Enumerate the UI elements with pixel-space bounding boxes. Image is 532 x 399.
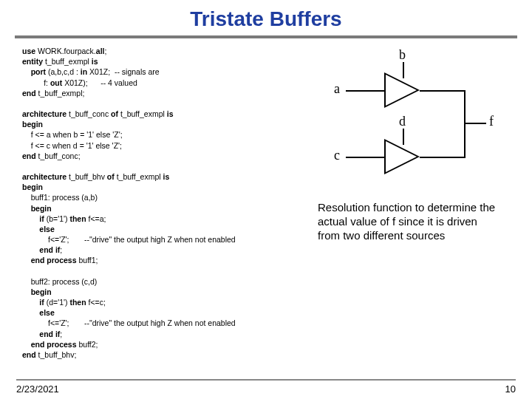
kw-is: is — [167, 109, 174, 118]
wire-a — [346, 90, 384, 92]
kw-end: end — [22, 350, 36, 359]
code-text: t_buff_exmpl — [43, 57, 92, 66]
code-listing: use WORK.fourpack.all; entity t_buff_exm… — [22, 46, 296, 360]
code-line: f <= a when b = '1' else 'Z'; — [22, 129, 296, 140]
code-blank — [22, 161, 296, 171]
kw-architecture: architecture — [22, 109, 66, 118]
kw-architecture: architecture — [22, 172, 66, 181]
explanation-text: Resolution function to determine the act… — [318, 201, 502, 242]
code-text: (b='1') — [44, 214, 70, 223]
kw-else: else — [22, 225, 55, 233]
code-text: ; — [104, 47, 106, 55]
kw-begin: begin — [22, 204, 52, 213]
code-text: (d='1') — [44, 298, 70, 307]
kw-then: then — [69, 214, 86, 223]
kw-of: of — [111, 109, 118, 118]
right-column: b a d c f Resolution function to determi… — [296, 46, 517, 360]
signal-a-label: a — [334, 81, 340, 97]
signal-d-label: d — [399, 114, 406, 129]
code-text: ; — [60, 245, 62, 254]
footer-rule — [16, 379, 516, 381]
code-text: f: — [22, 78, 50, 87]
kw-is: is — [163, 172, 169, 181]
code-text: WORK.fourpack. — [35, 47, 96, 55]
wire-top-out — [420, 90, 466, 92]
footer-page-number: 10 — [505, 383, 516, 395]
kw-out: out — [50, 78, 62, 87]
title-rule — [15, 35, 517, 38]
wire-c — [346, 157, 384, 158]
code-text: t_buff_exmpl; — [36, 89, 85, 98]
code-text: t_buff_bhv — [66, 172, 107, 181]
signal-f-label: f — [489, 114, 494, 129]
kw-use: use — [22, 47, 35, 55]
code-line: f<='Z'; --"drive" the output high Z when… — [22, 234, 296, 245]
kw-of: of — [107, 172, 115, 181]
code-text: t_buff_bhv; — [36, 350, 77, 359]
kw-endprocess: end process — [22, 256, 77, 265]
kw-begin: begin — [22, 287, 52, 296]
signal-b-label: b — [399, 47, 406, 63]
wire-bot-out — [420, 157, 466, 158]
kw-all: all — [96, 47, 105, 55]
code-text: (a,b,c,d : — [46, 67, 81, 76]
footer-date: 2/23/2021 — [16, 383, 59, 395]
code-blank — [22, 266, 296, 276]
kw-begin: begin — [22, 120, 43, 129]
code-text: f<=a; — [86, 214, 106, 223]
footer: 2/23/2021 10 — [0, 379, 532, 395]
code-line: buff1: process (a,b) — [22, 192, 296, 202]
kw-if: if — [22, 214, 44, 223]
code-line: f<='Z'; --"drive" the output high Z when… — [22, 318, 296, 328]
kw-port: port — [22, 67, 46, 76]
wire-f — [464, 123, 486, 124]
buffer-top-icon — [384, 72, 420, 108]
kw-if: if — [22, 298, 44, 307]
code-text: X01Z); -- 4 valued — [62, 78, 137, 87]
code-text: buff2; — [77, 340, 98, 349]
code-text: buff1; — [77, 256, 98, 265]
code-text: t_buff_exmpl — [118, 109, 167, 118]
kw-begin: begin — [22, 183, 43, 191]
code-blank — [22, 98, 296, 109]
kw-then: then — [69, 298, 86, 307]
code-text: f<=c; — [86, 298, 106, 307]
code-text: t_buff_conc; — [36, 151, 81, 160]
kw-end: end — [22, 89, 36, 98]
kw-end: end — [22, 151, 36, 160]
kw-in: in — [81, 67, 87, 76]
kw-entity: entity — [22, 57, 43, 66]
code-text: t_buff_conc — [66, 109, 111, 118]
code-line: f <= c when d = '1' else 'Z'; — [22, 140, 296, 151]
code-line: buff2: process (c,d) — [22, 276, 296, 287]
wire-join — [464, 90, 466, 158]
kw-else: else — [22, 308, 55, 317]
content-area: use WORK.fourpack.all; entity t_buff_exm… — [0, 43, 532, 360]
code-text: ; — [60, 330, 62, 338]
kw-endprocess: end process — [22, 340, 77, 349]
kw-is: is — [92, 57, 98, 66]
tristate-diagram: b a d c f — [303, 46, 495, 194]
signal-c-label: c — [334, 148, 340, 163]
kw-endif: end if — [22, 245, 60, 254]
page-title: Tristate Buffers — [0, 0, 532, 35]
kw-endif: end if — [22, 330, 60, 338]
code-text: t_buff_exmpl — [115, 172, 163, 181]
buffer-bottom-icon — [384, 139, 420, 174]
code-text: X01Z; -- signals are — [87, 67, 159, 76]
